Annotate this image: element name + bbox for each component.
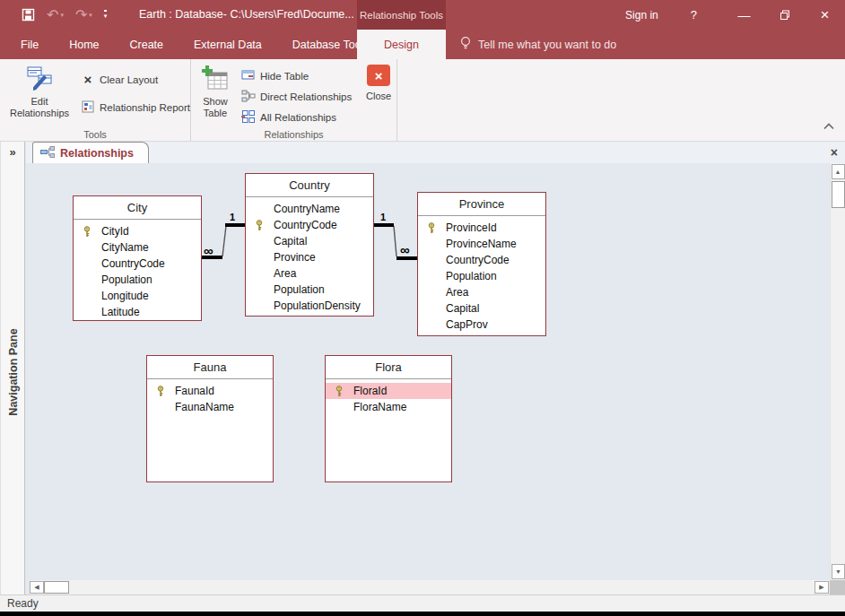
- field-countrycode[interactable]: CountryCode: [74, 256, 201, 272]
- show-table-icon: [201, 65, 230, 93]
- field-name: Capital: [446, 302, 479, 315]
- undo-dropdown-icon[interactable]: ▾: [60, 12, 64, 19]
- relationship-report-icon: [81, 100, 95, 116]
- horizontal-scroll-thumb[interactable]: [44, 581, 69, 594]
- field-floraid[interactable]: FloraId: [326, 383, 451, 399]
- show-table-button[interactable]: Show Table: [198, 62, 232, 119]
- field-capital[interactable]: Capital: [246, 233, 373, 249]
- field-name: PopulationDensity: [274, 299, 361, 312]
- table-title[interactable]: Province: [418, 193, 545, 216]
- table-fauna[interactable]: FaunaFaunaIdFaunaName: [146, 355, 274, 482]
- navigation-pane-label: Navigation Pane: [7, 327, 20, 417]
- save-icon[interactable]: [22, 8, 35, 22]
- tab-file[interactable]: File: [5, 30, 54, 59]
- field-floraname[interactable]: FloraName: [326, 399, 451, 415]
- field-name: Population: [446, 270, 497, 282]
- field-population[interactable]: Population: [418, 268, 545, 284]
- field-faunaid[interactable]: FaunaId: [147, 383, 273, 399]
- contextual-tab-group: Relationship Tools: [357, 0, 446, 30]
- relationship-canvas[interactable]: FloraFloraIdFloraNameFaunaFaunaIdFaunaNa…: [26, 163, 829, 580]
- field-population[interactable]: Population: [246, 282, 373, 298]
- field-name: FaunaId: [175, 385, 214, 397]
- scroll-up-icon[interactable]: ▲: [832, 164, 845, 179]
- direct-relationships-button[interactable]: Direct Relationships: [241, 86, 352, 107]
- help-icon[interactable]: ?: [691, 8, 697, 22]
- field-name: CountryName: [274, 203, 340, 215]
- field-name: CapProv: [446, 318, 488, 331]
- primary-key-icon: [333, 386, 345, 397]
- redo-dropdown-icon[interactable]: ▾: [89, 12, 92, 19]
- field-name: FloraId: [353, 385, 387, 397]
- scroll-left-icon[interactable]: ◀: [30, 581, 44, 594]
- table-country[interactable]: CountryCountryNameCountryCodeCapitalProv…: [245, 173, 374, 317]
- vertical-scrollbar[interactable]: ▲ ▼: [830, 163, 845, 580]
- field-longitude[interactable]: Longitude: [74, 288, 201, 304]
- edit-relationships-button[interactable]: Edit Relationships: [7, 62, 72, 119]
- table-title[interactable]: Country: [246, 174, 373, 197]
- navigation-pane-collapsed[interactable]: » Navigation Pane: [0, 142, 25, 594]
- primary-key-icon: [81, 226, 93, 238]
- undo-icon[interactable]: ↶▾: [47, 6, 64, 23]
- field-name: ProvinceName: [446, 238, 517, 250]
- field-capprov[interactable]: CapProv: [418, 317, 545, 333]
- field-province[interactable]: Province: [246, 249, 373, 265]
- minimize-button[interactable]: —: [724, 0, 764, 30]
- field-name: CityName: [101, 241, 149, 254]
- tab-external-data[interactable]: External Data: [179, 30, 277, 59]
- field-countrycode[interactable]: CountryCode: [418, 252, 545, 268]
- customize-qat-icon[interactable]: ▾: [104, 10, 108, 20]
- field-name: Latitude: [101, 306, 140, 318]
- field-name: CityId: [101, 225, 129, 238]
- tab-design-active[interactable]: Design: [357, 30, 446, 59]
- close-button[interactable]: × Close: [361, 62, 396, 102]
- table-title[interactable]: Fauna: [147, 356, 273, 379]
- relationship-report-button[interactable]: Relationship Report: [81, 97, 190, 117]
- tab-home[interactable]: Home: [54, 30, 114, 59]
- collapse-ribbon-icon[interactable]: [823, 117, 834, 134]
- field-name: Province: [274, 251, 316, 264]
- close-window-button[interactable]: ×: [805, 0, 845, 30]
- sign-in-link[interactable]: Sign in: [625, 9, 658, 22]
- table-city[interactable]: CityCityIdCityNameCountryCodePopulationL…: [73, 195, 202, 321]
- table-province[interactable]: ProvinceProvinceIdProvinceNameCountryCod…: [417, 192, 546, 336]
- scroll-right-icon[interactable]: ▶: [815, 581, 829, 594]
- field-name: CountryCode: [446, 254, 510, 266]
- restore-button[interactable]: [764, 0, 805, 30]
- field-latitude[interactable]: Latitude: [74, 304, 201, 320]
- status-text: Ready: [7, 597, 39, 610]
- close-document-icon[interactable]: ×: [831, 142, 838, 163]
- tab-create[interactable]: Create: [115, 30, 179, 59]
- tab-relationships[interactable]: Relationships: [32, 142, 149, 163]
- field-area[interactable]: Area: [246, 265, 373, 282]
- all-relationships-button[interactable]: All Relationships: [241, 107, 352, 127]
- field-populationdensity[interactable]: PopulationDensity: [246, 298, 373, 314]
- clear-layout-icon: ×: [81, 73, 95, 87]
- field-provinceid[interactable]: ProvinceId: [418, 220, 545, 236]
- redo-icon[interactable]: ↷▾: [75, 6, 92, 23]
- table-title[interactable]: City: [74, 196, 201, 220]
- edit-relationships-icon: [25, 65, 54, 93]
- horizontal-scrollbar[interactable]: ◀ ▶: [30, 580, 829, 594]
- field-countrycode[interactable]: CountryCode: [246, 217, 373, 233]
- close-icon: ×: [367, 65, 390, 86]
- table-flora[interactable]: FloraFloraIdFloraName: [325, 355, 452, 482]
- hide-table-button[interactable]: Hide Table: [241, 65, 352, 86]
- field-capital[interactable]: Capital: [418, 300, 545, 317]
- vertical-scroll-thumb[interactable]: [832, 181, 845, 208]
- expand-navigation-pane-icon[interactable]: »: [1, 145, 24, 159]
- field-area[interactable]: Area: [418, 284, 545, 300]
- tell-me-box[interactable]: Tell me what you want to do: [459, 30, 616, 59]
- field-name: CountryCode: [274, 219, 337, 231]
- field-countryname[interactable]: CountryName: [246, 201, 373, 217]
- svg-text:1: 1: [380, 212, 386, 222]
- svg-text:∞: ∞: [400, 242, 410, 257]
- field-provincename[interactable]: ProvinceName: [418, 236, 545, 252]
- scroll-down-icon[interactable]: ▼: [832, 564, 845, 579]
- scrollbar-corner: [830, 580, 845, 594]
- table-title[interactable]: Flora: [326, 356, 451, 379]
- field-cityid[interactable]: CityId: [74, 223, 201, 239]
- field-population[interactable]: Population: [74, 272, 201, 288]
- field-cityname[interactable]: CityName: [74, 239, 201, 256]
- field-faunaname[interactable]: FaunaName: [147, 399, 273, 415]
- clear-layout-button[interactable]: × Clear Layout: [81, 69, 190, 90]
